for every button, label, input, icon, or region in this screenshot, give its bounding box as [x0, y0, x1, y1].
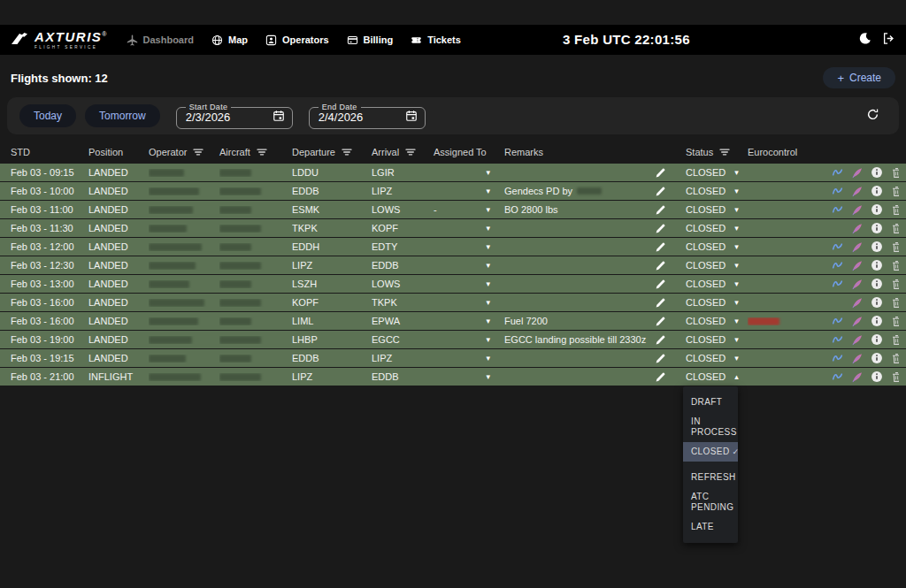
quill-button[interactable]: [851, 260, 863, 271]
info-button[interactable]: [871, 278, 883, 290]
quill-button[interactable]: [851, 297, 863, 309]
info-button[interactable]: [871, 333, 883, 346]
info-button[interactable]: [871, 296, 883, 309]
end-date-input[interactable]: [319, 111, 388, 124]
status-cell[interactable]: CLOSED▾: [686, 167, 748, 178]
chevron-up-icon[interactable]: ▴: [734, 373, 739, 381]
status-cell[interactable]: CLOSED▾: [686, 279, 748, 289]
chevron-down-icon[interactable]: ▾: [734, 225, 739, 233]
edit-remarks-pencil-icon[interactable]: [655, 204, 666, 216]
table-row[interactable]: Feb 03 - 16:00LANDEDLIMLEPWA▾Fuel 7200CL…: [0, 312, 906, 330]
chevron-down-icon[interactable]: ▾: [734, 355, 739, 363]
edit-remarks-pencil-icon[interactable]: [655, 260, 666, 271]
quill-button[interactable]: [851, 186, 863, 197]
edit-remarks-pencil-icon[interactable]: [655, 241, 666, 253]
logout-button[interactable]: [882, 32, 895, 48]
trash-button[interactable]: [891, 204, 899, 216]
filter-icon[interactable]: [257, 148, 267, 157]
chevron-down-icon[interactable]: ▾: [734, 206, 739, 214]
info-button[interactable]: [871, 222, 883, 234]
status-cell[interactable]: CLOSED▾: [686, 241, 748, 252]
status-cell[interactable]: CLOSED▾: [686, 186, 748, 196]
trash-button[interactable]: [891, 334, 899, 346]
edit-remarks-pencil-icon[interactable]: [655, 279, 666, 290]
quill-button[interactable]: [851, 279, 863, 290]
chevron-down-icon[interactable]: ▾: [486, 187, 490, 195]
table-row[interactable]: Feb 03 - 12:30LANDEDLIPZEDDB▾CLOSED▾: [0, 256, 906, 274]
quill-button[interactable]: [851, 167, 863, 179]
table-row[interactable]: Feb 03 - 16:00LANDEDKOPFTKPK▾CLOSED▾: [0, 294, 906, 311]
signature-button[interactable]: [832, 334, 843, 346]
start-date-calendar-button[interactable]: [273, 110, 285, 125]
status-cell[interactable]: CLOSED▾: [686, 334, 748, 345]
chevron-down-icon[interactable]: ▾: [734, 243, 739, 251]
signature-button[interactable]: [832, 186, 843, 197]
table-row[interactable]: Feb 03 - 19:15LANDEDEDDBLIPZ▾CLOSED▾: [0, 349, 906, 367]
edit-remarks-pencil-icon[interactable]: [655, 353, 666, 364]
status-cell[interactable]: CLOSED▾: [686, 204, 748, 215]
status-menu-item-in-process[interactable]: IN PROCESS: [683, 412, 738, 442]
trash-button[interactable]: [891, 279, 899, 290]
chevron-down-icon[interactable]: ▾: [734, 169, 739, 177]
info-button[interactable]: [871, 241, 883, 253]
filter-icon[interactable]: [405, 148, 416, 157]
refresh-button[interactable]: [866, 108, 879, 124]
chevron-down-icon[interactable]: ▾: [486, 262, 490, 270]
trash-button[interactable]: [891, 260, 899, 271]
info-button[interactable]: [871, 185, 883, 197]
signature-button[interactable]: [832, 260, 843, 271]
signature-button[interactable]: [832, 167, 843, 179]
chevron-down-icon[interactable]: ▾: [486, 206, 490, 214]
quill-button[interactable]: [851, 353, 863, 364]
trash-button[interactable]: [891, 223, 899, 234]
chevron-down-icon[interactable]: ▾: [486, 317, 490, 325]
table-row[interactable]: Feb 03 - 09:15LANDEDLDDULGIR▾CLOSED▾: [0, 164, 906, 181]
filter-icon[interactable]: [342, 148, 352, 157]
table-row[interactable]: Feb 03 - 19:00LANDEDLHBPEGCC▾EGCC landin…: [0, 331, 906, 348]
quill-button[interactable]: [851, 241, 863, 253]
table-row[interactable]: Feb 03 - 12:00LANDEDEDDHEDTY▾CLOSED▾: [0, 238, 906, 256]
trash-button[interactable]: [891, 241, 899, 253]
chevron-down-icon[interactable]: ▾: [486, 225, 490, 233]
status-cell[interactable]: CLOSED▾: [686, 223, 748, 233]
edit-remarks-pencil-icon[interactable]: [655, 167, 666, 179]
status-cell[interactable]: CLOSED▾: [686, 316, 748, 326]
signature-button[interactable]: [832, 316, 843, 327]
signature-button[interactable]: [832, 204, 843, 216]
info-button[interactable]: [871, 352, 883, 364]
signature-button[interactable]: [832, 371, 843, 383]
chevron-down-icon[interactable]: ▾: [734, 262, 739, 270]
create-button[interactable]: + Create: [823, 67, 895, 88]
trash-button[interactable]: [891, 297, 899, 309]
trash-button[interactable]: [891, 371, 899, 383]
nav-item-tickets[interactable]: Tickets: [411, 34, 461, 46]
chevron-down-icon[interactable]: ▾: [734, 299, 739, 307]
info-button[interactable]: [871, 370, 883, 383]
nav-item-billing[interactable]: Billing: [347, 34, 394, 46]
signature-button[interactable]: [832, 241, 843, 253]
start-date-input[interactable]: [186, 111, 255, 124]
quill-button[interactable]: [851, 204, 863, 216]
chevron-down-icon[interactable]: ▾: [486, 280, 490, 288]
table-row[interactable]: Feb 03 - 10:00LANDEDEDDBLIPZ▾Gendecs PD …: [0, 182, 906, 200]
status-cell[interactable]: CLOSED▾: [686, 353, 748, 363]
table-row[interactable]: Feb 03 - 13:00LANDEDLSZHLOWS▾CLOSED▾: [0, 275, 906, 293]
status-menu-item-closed[interactable]: CLOSED✓: [683, 442, 738, 462]
chevron-down-icon[interactable]: ▾: [734, 280, 739, 288]
chevron-down-icon[interactable]: ▾: [486, 243, 490, 251]
trash-button[interactable]: [891, 167, 899, 179]
trash-button[interactable]: [891, 316, 899, 327]
edit-remarks-pencil-icon[interactable]: [655, 186, 666, 197]
trash-button[interactable]: [891, 186, 899, 197]
nav-item-operators[interactable]: Operators: [265, 34, 329, 46]
chevron-down-icon[interactable]: ▾: [486, 299, 490, 307]
edit-remarks-pencil-icon[interactable]: [655, 371, 666, 383]
quill-button[interactable]: [851, 223, 863, 234]
status-cell[interactable]: CLOSED▾: [686, 297, 748, 308]
signature-button[interactable]: [832, 353, 843, 364]
edit-remarks-pencil-icon[interactable]: [655, 297, 666, 309]
edit-remarks-pencil-icon[interactable]: [655, 316, 666, 327]
status-menu-item-late[interactable]: LATE: [683, 517, 738, 537]
status-menu-item-draft[interactable]: DRAFT: [683, 393, 738, 412]
edit-remarks-pencil-icon[interactable]: [655, 334, 666, 346]
